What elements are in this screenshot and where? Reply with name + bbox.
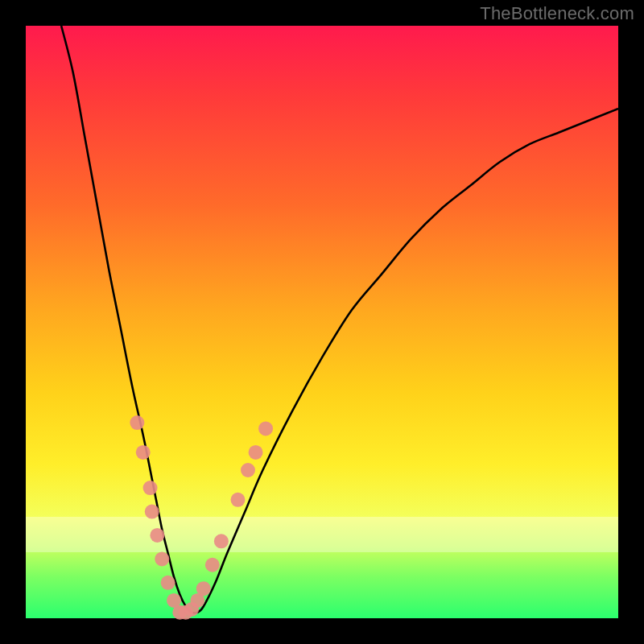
data-marker [249, 445, 263, 460]
data-marker [130, 415, 144, 430]
data-marker [196, 581, 211, 596]
watermark-text: TheBottleneck.com [480, 3, 634, 24]
data-marker [136, 445, 151, 460]
bottleneck-curve [26, 26, 618, 618]
data-marker [205, 558, 220, 572]
data-marker [161, 576, 175, 590]
data-marker [150, 528, 164, 543]
plot-area [26, 26, 618, 618]
data-marker [241, 463, 255, 477]
data-marker [230, 493, 245, 507]
curve-line [61, 26, 618, 613]
data-marker [258, 421, 273, 436]
data-marker [214, 534, 229, 548]
data-marker [143, 481, 158, 495]
data-marker [155, 551, 169, 566]
data-marker [145, 505, 159, 519]
chart-frame: TheBottleneck.com [0, 0, 644, 644]
